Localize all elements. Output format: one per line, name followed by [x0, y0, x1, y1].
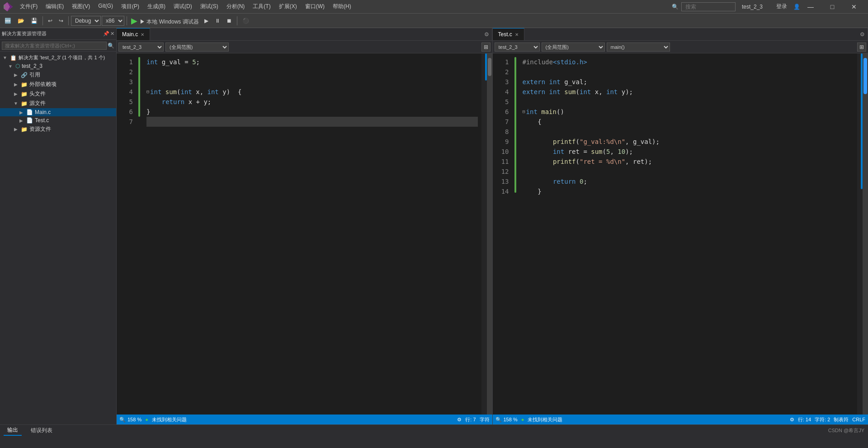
func-dropdown-right[interactable]: main() — [607, 43, 670, 52]
debug-config-dropdown[interactable]: Debug — [71, 16, 101, 26]
minimize-button[interactable]: — — [800, 0, 821, 14]
menu-window[interactable]: 窗口(W) — [302, 2, 328, 11]
status-encoding-right: 制表符 — [834, 416, 849, 423]
expand-icon: ▶ — [13, 91, 19, 96]
tab-mainc-close[interactable]: ✕ — [141, 32, 144, 37]
status-zoom-left: 🔍 158 % — [119, 417, 142, 423]
toolbar-continue[interactable]: ▶ — [202, 16, 211, 25]
code-content-right[interactable]: #include<stdio.h> extern int g_val; exte… — [519, 53, 858, 415]
scrollbar-left[interactable] — [487, 53, 492, 415]
status-zoom-right: 🔍 158 % — [495, 417, 518, 423]
platform-dropdown[interactable]: x86 — [102, 16, 124, 26]
title-bar: 文件(F) 编辑(E) 视图(V) Git(G) 项目(P) 生成(B) 调试(… — [0, 0, 868, 14]
code-line-right-14: } — [523, 186, 854, 196]
search-icon: 🔍 — [672, 4, 679, 10]
code-line-right-11: printf("ret = %d\n", ret); — [523, 157, 854, 167]
run-debugger-button[interactable]: ▶ ▶ 本地 Windows 调试器 — [129, 15, 201, 27]
toolbar-open[interactable]: 📂 — [15, 16, 27, 25]
sidebar-search-input[interactable] — [2, 42, 107, 50]
split-editor-btn-right[interactable]: ⊞ — [857, 43, 866, 52]
sidebar-item-project[interactable]: ▼ ⬡ test_2_3 — [0, 62, 116, 70]
sidebar-item-resources[interactable]: ▶ 📁 资源文件 — [0, 124, 116, 134]
tab-settings-right[interactable]: ⚙ — [857, 28, 868, 40]
menu-extensions[interactable]: 扩展(X) — [275, 2, 301, 11]
solution-explorer: 解决方案资源管理器 📌 ✕ 🔍 ▼ 📋 解决方案 'test_2_3' (1 个… — [0, 28, 117, 424]
sidebar-item-solution[interactable]: ▼ 📋 解决方案 'test_2_3' (1 个项目，共 1 个) — [0, 53, 116, 62]
close-button[interactable]: ✕ — [844, 0, 864, 14]
editor-pane-left: Main.c ✕ ⚙ test_2_3 (全局范围) ⊞ 1 2 — [117, 28, 493, 424]
sidebar-item-headers[interactable]: ▶ 📁 头文件 — [0, 89, 116, 99]
expand-icon: ▶ — [18, 110, 24, 115]
login-button[interactable]: 登录 — [773, 2, 791, 11]
code-editor-right[interactable]: 1 2 3 4 5 6 7 8 9 10 11 12 13 14 — [493, 53, 868, 415]
menu-edit[interactable]: 编辑(E) — [42, 2, 67, 11]
main-layout: 解决方案资源管理器 📌 ✕ 🔍 ▼ 📋 解决方案 'test_2_3' (1 个… — [0, 28, 868, 424]
status-bar-left: 🔍 158 % ● 未找到相关问题 ⚙ 行: 7 字符 — [117, 415, 492, 424]
bottom-tab-errors[interactable]: 错误列表 — [27, 426, 56, 435]
sidebar-pin-icon[interactable]: 📌 — [103, 31, 109, 37]
project-title: test_2_3 — [742, 4, 763, 10]
sidebar-close-icon[interactable]: ✕ — [110, 31, 114, 37]
resources-icon: 📁 — [21, 126, 28, 133]
solution-icon: 📋 — [10, 55, 17, 61]
tab-testc[interactable]: Test.c ✕ — [493, 28, 524, 40]
project-icon: ⬡ — [15, 63, 20, 69]
scope-label-right[interactable]: (全局范围) — [542, 43, 605, 52]
code-line-left-5: return x + y; — [146, 97, 478, 107]
sidebar-item-external-deps[interactable]: ▶ 📁 外部依赖项 — [0, 80, 116, 89]
split-editor-btn[interactable]: ⊞ — [481, 43, 491, 52]
toolbar-save-all[interactable]: 💾 — [28, 16, 40, 25]
toolbar-undo[interactable]: ↩ — [45, 16, 55, 25]
project-label: test_2_3 — [22, 63, 42, 69]
menu-bar: 文件(F) 编辑(E) 视图(V) Git(G) 项目(P) 生成(B) 调试(… — [16, 2, 672, 11]
menu-tools[interactable]: 工具(T) — [249, 2, 274, 11]
code-line-right-13: return 0; — [523, 176, 854, 186]
status-config-left[interactable]: ⚙ — [457, 417, 462, 423]
code-line-right-6: ⊟int main() — [523, 107, 854, 117]
status-config-right[interactable]: ⚙ — [790, 417, 794, 423]
references-label: 引用 — [29, 71, 40, 79]
scope-dropdown-right[interactable]: test_2_3 — [495, 43, 540, 52]
menu-file[interactable]: 文件(F) — [16, 2, 41, 11]
code-line-right-2 — [523, 67, 854, 77]
bottom-tab-output[interactable]: 输出 — [4, 425, 22, 436]
menu-build[interactable]: 生成(B) — [144, 2, 169, 11]
scope-dropdown-left[interactable]: test_2_3 — [118, 43, 164, 52]
references-icon: 🔗 — [21, 72, 28, 78]
minimap-left — [481, 53, 487, 415]
menu-view[interactable]: 视图(V) — [68, 2, 94, 11]
menu-test[interactable]: 测试(S) — [197, 2, 222, 11]
scope-label-left[interactable]: (全局范围) — [165, 43, 229, 52]
code-content-left[interactable]: int g_val = 5; ⊟int sum(int x, int y) { … — [143, 53, 481, 415]
toolbar-stop[interactable]: ⏹ — [224, 16, 235, 25]
global-search-input[interactable] — [681, 2, 736, 11]
zoom-icon-right: 🔍 — [495, 417, 502, 423]
sidebar-item-mainc[interactable]: ▶ 📄 Main.c — [0, 108, 116, 116]
sidebar-search-icon[interactable]: 🔍 — [108, 43, 114, 49]
menu-git[interactable]: Git(G) — [94, 2, 117, 11]
maximize-button[interactable]: □ — [822, 0, 843, 14]
menu-project[interactable]: 项目(P) — [118, 2, 143, 11]
sidebar-item-source[interactable]: ▼ 📁 源文件 — [0, 99, 116, 108]
tab-settings-left[interactable]: ⚙ — [481, 28, 492, 40]
headers-label: 头文件 — [29, 90, 46, 98]
sidebar-title: 解决方案资源管理器 — [2, 30, 47, 37]
sidebar-item-testc[interactable]: ▶ 📄 Test.c — [0, 116, 116, 124]
toolbar-redo[interactable]: ↪ — [56, 16, 66, 25]
menu-help[interactable]: 帮助(H) — [329, 2, 355, 11]
scrollbar-right[interactable] — [863, 53, 868, 415]
testc-icon: 📄 — [26, 117, 33, 124]
toolbar-breakpoint[interactable]: ⚫ — [240, 16, 252, 25]
menu-debug[interactable]: 调试(D) — [170, 2, 196, 11]
code-editor-left[interactable]: 1 2 3 4 5 6 7 int g_val = 5; ⊟int sum(in… — [117, 53, 492, 415]
account-icon[interactable]: 👤 — [793, 4, 800, 10]
tab-mainc[interactable]: Main.c ✕ — [117, 28, 150, 40]
toolbar-new[interactable]: 🆕 — [2, 16, 14, 25]
external-deps-label: 外部依赖项 — [29, 81, 57, 88]
toolbar-pause[interactable]: ⏸ — [212, 16, 223, 25]
main-toolbar: 🆕 📂 💾 ↩ ↪ Debug x86 ▶ ▶ 本地 Windows 调试器 ▶… — [0, 14, 868, 28]
status-dot-left: ● — [145, 417, 148, 422]
sidebar-item-references[interactable]: ▶ 🔗 引用 — [0, 70, 116, 80]
tab-testc-close[interactable]: ✕ — [515, 32, 519, 37]
menu-analyze[interactable]: 分析(N) — [223, 2, 249, 11]
